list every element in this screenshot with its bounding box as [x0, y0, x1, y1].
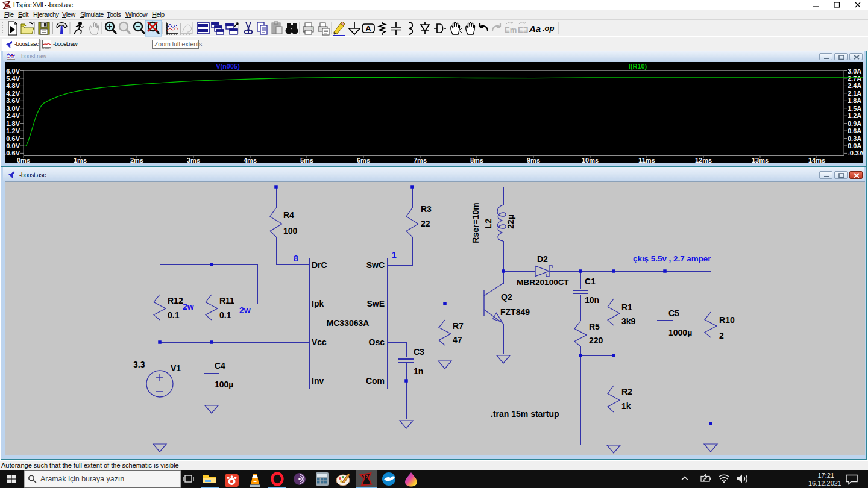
svg-text:100: 100: [283, 226, 298, 236]
svg-text:8: 8: [294, 254, 298, 263]
svg-text:EƎ: EƎ: [518, 25, 528, 34]
svg-text:1.8V: 1.8V: [6, 120, 20, 127]
svg-text:Vcc: Vcc: [312, 337, 327, 347]
svg-text:8ms: 8ms: [470, 157, 483, 163]
svg-text:6ms: 6ms: [357, 157, 370, 163]
svg-text:R4: R4: [283, 210, 294, 220]
svg-text:Inv: Inv: [312, 376, 324, 386]
svg-text:11ms: 11ms: [638, 157, 655, 163]
svg-text:Aramak için buraya yazın: Aramak için buraya yazın: [40, 475, 124, 483]
svg-text:4.2V: 4.2V: [6, 90, 20, 97]
svg-text:0.9A: 0.9A: [848, 120, 861, 127]
svg-text:2.7A: 2.7A: [848, 75, 861, 82]
svg-text:Q2: Q2: [501, 292, 512, 302]
svg-text:MBR20100CT: MBR20100CT: [517, 278, 570, 287]
svg-text:100µ: 100µ: [215, 380, 233, 389]
svg-text:SwE: SwE: [366, 299, 385, 308]
svg-text:5ms: 5ms: [300, 157, 313, 163]
svg-text:0.1: 0.1: [219, 310, 231, 320]
svg-text:2: 2: [719, 331, 724, 340]
svg-text:MC33063A: MC33063A: [327, 318, 370, 328]
svg-text:1: 1: [392, 250, 397, 260]
svg-text:3.0V: 3.0V: [6, 105, 20, 112]
svg-text:Em: Em: [505, 25, 517, 34]
svg-text:I(R10): I(R10): [629, 63, 647, 70]
svg-text:Ipk: Ipk: [312, 299, 324, 308]
svg-text:V1: V1: [171, 363, 181, 373]
svg-text:R1: R1: [621, 302, 632, 312]
svg-text:1.2V: 1.2V: [6, 127, 20, 134]
svg-text:çkış 5.5v , 2.7 amper: çkış 5.5v , 2.7 amper: [633, 254, 711, 263]
svg-text:6.0V: 6.0V: [6, 67, 20, 75]
svg-text:Com: Com: [366, 376, 385, 386]
svg-text:2ms: 2ms: [130, 157, 143, 163]
svg-text:-0.3A: -0.3A: [848, 149, 863, 157]
svg-text:R2: R2: [621, 387, 632, 396]
svg-text:7ms: 7ms: [414, 157, 427, 163]
svg-text:Osc: Osc: [369, 337, 385, 347]
svg-text:1n: 1n: [414, 366, 423, 376]
svg-text:V(n005): V(n005): [216, 63, 240, 70]
svg-text:2w: 2w: [183, 302, 194, 311]
svg-text:C1: C1: [585, 277, 596, 286]
svg-text:3ms: 3ms: [187, 157, 200, 163]
svg-text:R7: R7: [453, 321, 464, 331]
svg-text:13ms: 13ms: [752, 157, 769, 163]
svg-text:D2: D2: [537, 254, 548, 264]
svg-text:0.3A: 0.3A: [848, 135, 861, 142]
svg-text:10n: 10n: [585, 295, 599, 305]
svg-text:L2: L2: [483, 219, 493, 229]
svg-text:R12: R12: [168, 296, 183, 305]
svg-text:3.3: 3.3: [133, 360, 145, 369]
svg-text:.tran 15m startup: .tran 15m startup: [491, 409, 559, 419]
svg-text:12ms: 12ms: [695, 157, 712, 163]
svg-text:R5: R5: [589, 322, 600, 331]
svg-text:0.6A: 0.6A: [848, 127, 861, 134]
svg-text:5.4V: 5.4V: [6, 75, 20, 82]
svg-text:0.0V: 0.0V: [6, 142, 20, 149]
svg-text:.op: .op: [542, 23, 555, 33]
svg-text:220: 220: [589, 336, 603, 345]
svg-text:2.1A: 2.1A: [848, 90, 861, 97]
svg-text:R3: R3: [421, 204, 432, 214]
svg-text:0.6V: 0.6V: [6, 135, 20, 142]
svg-text:22: 22: [421, 219, 430, 228]
svg-text:A: A: [365, 24, 371, 33]
svg-text:1.8A: 1.8A: [848, 97, 861, 104]
svg-text:Rser=10m: Rser=10m: [471, 202, 480, 243]
svg-text:Aa: Aa: [529, 23, 541, 34]
svg-text:3.6V: 3.6V: [6, 97, 20, 104]
svg-text:R11: R11: [219, 296, 234, 305]
svg-text:C5: C5: [668, 308, 679, 318]
svg-text:22µ: 22µ: [506, 214, 515, 229]
svg-text:4ms: 4ms: [244, 157, 257, 163]
svg-text:47: 47: [453, 335, 462, 345]
svg-text:DrC: DrC: [312, 260, 327, 270]
svg-text:0.1: 0.1: [168, 310, 180, 320]
svg-text:3.0A: 3.0A: [848, 67, 861, 75]
svg-text:2.4A: 2.4A: [848, 82, 861, 89]
svg-text:R10: R10: [719, 315, 735, 325]
svg-text:1.2A: 1.2A: [848, 112, 861, 119]
svg-text:17:21: 17:21: [817, 472, 834, 479]
svg-text:SwC: SwC: [366, 260, 385, 270]
svg-text:1000µ: 1000µ: [668, 328, 692, 337]
svg-text:3k9: 3k9: [621, 316, 636, 326]
svg-text:1ms: 1ms: [74, 157, 87, 163]
svg-text:17: 17: [363, 474, 368, 480]
svg-text:C4: C4: [215, 361, 225, 371]
svg-text:2.4V: 2.4V: [6, 112, 20, 119]
svg-text:0ms: 0ms: [17, 157, 30, 163]
svg-text:10ms: 10ms: [582, 157, 599, 163]
svg-text:C3: C3: [414, 347, 424, 357]
svg-text:1.5A: 1.5A: [848, 105, 861, 112]
svg-text:-0.6V: -0.6V: [4, 149, 20, 157]
svg-text:0.0A: 0.0A: [848, 142, 861, 149]
svg-text:1k: 1k: [621, 401, 631, 411]
svg-text:2w: 2w: [239, 305, 251, 315]
svg-text:14ms: 14ms: [808, 157, 825, 163]
svg-text:FZT849: FZT849: [500, 307, 530, 317]
svg-text:9ms: 9ms: [527, 157, 540, 163]
svg-text:16.12.2021: 16.12.2021: [808, 480, 841, 487]
svg-text:4.8V: 4.8V: [6, 82, 20, 89]
